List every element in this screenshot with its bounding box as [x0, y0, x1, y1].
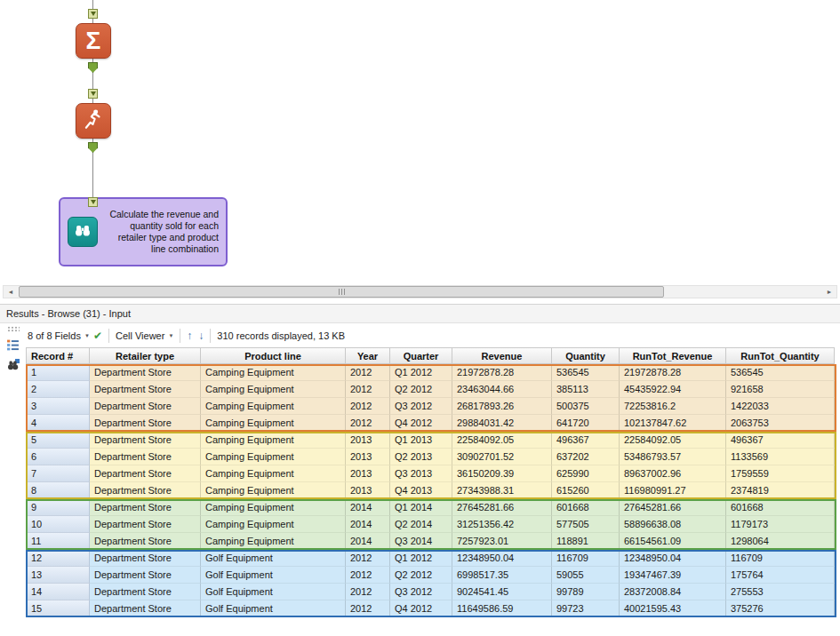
table-row[interactable]: 2Department StoreCamping Equipment2012Q2… [26, 381, 836, 398]
input-anchor-icon[interactable] [88, 89, 98, 99]
data-cell: 45435922.94 [620, 381, 726, 398]
scroll-left-icon[interactable]: ◄ [4, 286, 18, 298]
table-row[interactable]: 5Department StoreCamping Equipment2013Q1… [26, 432, 836, 449]
data-cell: Q2 2012 [390, 567, 452, 584]
browse-tool[interactable] [68, 217, 98, 247]
output-anchor-icon[interactable] [88, 142, 98, 153]
scrollbar-thumb[interactable] [19, 286, 664, 298]
table-row[interactable]: 10Department StoreCamping Equipment2014Q… [26, 516, 836, 533]
column-header-year[interactable]: Year [346, 347, 390, 364]
data-cell: Golf Equipment [201, 550, 346, 567]
data-cell: Department Store [90, 482, 201, 499]
data-cell: 536545 [726, 364, 835, 381]
row-group-camping-2014: 9Department StoreCamping Equipment2014Q1… [26, 499, 836, 550]
data-cell: 615260 [552, 482, 620, 499]
table-row[interactable]: 9Department StoreCamping Equipment2014Q1… [26, 499, 836, 516]
table-row[interactable]: 15Department StoreGolf Equipment2012Q4 2… [26, 600, 836, 617]
column-header-product-line[interactable]: Product line [201, 347, 346, 364]
data-cell: 21972878.28 [452, 364, 552, 381]
data-cell: 53486793.57 [620, 449, 726, 465]
data-cell: 641720 [552, 415, 620, 432]
results-left-toolbar [0, 323, 26, 617]
data-cell: 1759559 [726, 465, 835, 482]
browse-table-icon[interactable] [5, 357, 21, 373]
data-cell: Department Store [90, 465, 201, 482]
fields-dropdown[interactable]: 8 of 8 Fields ▼ ✔ [28, 330, 102, 342]
results-toolbar: 8 of 8 Fields ▼ ✔ Cell Viewer ▼ ↑ ↓ 310 … [26, 323, 840, 347]
data-cell: 601668 [552, 499, 620, 516]
data-cell: Q3 2014 [390, 533, 452, 550]
table-row[interactable]: 12Department StoreGolf Equipment2012Q1 2… [26, 550, 836, 567]
table-row[interactable]: 7Department StoreCamping Equipment2013Q3… [26, 465, 836, 482]
column-header-revenue[interactable]: Revenue [452, 347, 552, 364]
running-total-tool[interactable] [76, 103, 111, 139]
record-number-cell: 8 [26, 482, 90, 499]
data-cell: Q3 2012 [390, 584, 452, 600]
data-cell: 2012 [346, 364, 390, 381]
table-body: 1Department StoreCamping Equipment2012Q1… [26, 364, 836, 617]
data-cell: 2013 [346, 482, 390, 499]
scroll-right-icon[interactable]: ► [822, 286, 836, 298]
data-cell: Camping Equipment [201, 499, 346, 516]
data-cell: 2012 [346, 550, 390, 567]
horizontal-scrollbar[interactable]: ◄ ► [3, 285, 837, 298]
column-header-quarter[interactable]: Quarter [390, 347, 452, 364]
column-header-retailer-type[interactable]: Retailer type [90, 347, 201, 364]
data-cell: 12348950.04 [452, 550, 552, 567]
data-cell: 29884031.42 [452, 415, 552, 432]
data-cell: 2014 [346, 533, 390, 550]
data-cell: 116709 [552, 550, 620, 567]
cell-viewer-dropdown[interactable]: Cell Viewer ▼ [116, 330, 173, 341]
record-number-cell: 15 [26, 600, 90, 617]
output-anchor-icon[interactable] [88, 62, 98, 73]
data-cell: 19347467.39 [620, 567, 726, 584]
summarize-tool[interactable]: Σ [76, 23, 111, 59]
data-cell: 7257923.01 [452, 533, 552, 550]
data-cell: 2013 [346, 449, 390, 465]
input-anchor-icon[interactable] [88, 197, 98, 207]
record-number-cell: 12 [26, 550, 90, 567]
column-header-quantity[interactable]: Quantity [552, 347, 620, 364]
scroll-down-button[interactable]: ↓ [198, 330, 204, 342]
data-cell: Camping Equipment [201, 415, 346, 432]
table-row[interactable]: 1Department StoreCamping Equipment2012Q1… [26, 364, 836, 381]
apply-check-icon[interactable]: ✔ [93, 330, 102, 342]
table-row[interactable]: 11Department StoreCamping Equipment2014Q… [26, 533, 836, 550]
thumb-grip-icon [344, 289, 345, 295]
record-number-cell: 5 [26, 432, 90, 449]
records-info-text: 310 records displayed, 13 KB [217, 330, 345, 341]
data-cell: 1298064 [726, 533, 835, 550]
data-cell: 66154561.09 [620, 533, 726, 550]
data-cell: 27343988.31 [452, 482, 552, 499]
table-row[interactable]: 3Department StoreCamping Equipment2012Q3… [26, 398, 836, 415]
data-cell: Department Store [90, 499, 201, 516]
data-cell: Department Store [90, 516, 201, 533]
data-cell: 99723 [552, 600, 620, 617]
fields-list-icon[interactable] [5, 337, 21, 353]
data-cell: 2012 [346, 584, 390, 600]
scroll-up-button[interactable]: ↑ [187, 330, 192, 342]
table-row[interactable]: 14Department StoreGolf Equipment2012Q3 2… [26, 584, 836, 600]
data-cell: Q4 2012 [390, 415, 452, 432]
data-cell: Department Store [90, 584, 201, 600]
data-cell: 28372008.84 [620, 584, 726, 600]
table-row[interactable]: 6Department StoreCamping Equipment2013Q2… [26, 449, 836, 465]
data-cell: 625990 [552, 465, 620, 482]
data-cell: Camping Equipment [201, 482, 346, 499]
record-number-cell: 10 [26, 516, 90, 533]
column-header-runtot-revenue[interactable]: RunTot_Revenue [620, 347, 726, 364]
data-cell: Golf Equipment [201, 600, 346, 617]
column-header-record[interactable]: Record # [26, 347, 90, 364]
thumb-grip-icon [339, 289, 340, 295]
drag-handle-icon[interactable] [7, 326, 20, 332]
table-row[interactable]: 13Department StoreGolf Equipment2012Q2 2… [26, 567, 836, 584]
data-cell: Camping Equipment [201, 364, 346, 381]
input-anchor-icon[interactable] [88, 9, 98, 19]
table-row[interactable]: 4Department StoreCamping Equipment2012Q4… [26, 415, 836, 432]
browse-tool-annotation-box[interactable]: Calculate the revenue and quantity sold … [59, 197, 228, 266]
column-header-runtot-quantity[interactable]: RunTot_Quantity [726, 347, 835, 364]
table-row[interactable]: 8Department StoreCamping Equipment2013Q4… [26, 482, 836, 499]
data-cell: 116980991.27 [620, 482, 726, 499]
data-cell: Department Store [90, 600, 201, 617]
data-cell: 116709 [726, 550, 835, 567]
